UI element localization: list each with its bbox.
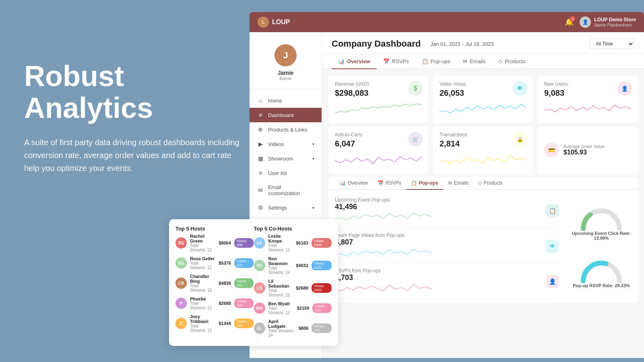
content-area: Company Dashboard Jan 01, 2021 - Jul 18,… (322, 32, 644, 358)
click-rate-value: Upcoming Event Click Rate: 13.99% (569, 231, 634, 241)
stat-add-to-carts: Add-to-Carts 6,047 🛒 (328, 126, 428, 174)
rsvp-rate-gauge-svg (579, 257, 623, 283)
cohost-row: RS Ron Swanson Total Streams: 24 $4032 V… (254, 254, 332, 277)
cohost-avatar: LS (254, 282, 265, 294)
sidebar-item-settings[interactable]: ⚙ Settings ▾ (250, 200, 322, 215)
showroom-icon: ▦ (257, 155, 264, 162)
chevron-down-icon: ▾ (312, 142, 314, 146)
cohost-amount: $2688 (296, 286, 308, 290)
bottom-content: Upcoming Event Pop-ups 41,496 📋 Event Pa… (328, 190, 638, 302)
tab-overview[interactable]: 📊 Overview (332, 54, 377, 69)
bottom-section: 📊 Overview 📅 RSVPs 📋 Pop-ups ✉ Emails ◇ … (328, 177, 638, 302)
sidebar-item-showroom[interactable]: ▦ Showroom ▾ (250, 151, 322, 166)
host-amount: $2688 (219, 301, 231, 306)
host-sub: Total Streams: 12 (190, 261, 215, 270)
host-name: Rachel Green (190, 234, 215, 243)
stat-new-users: New Users 9,083 👤 (538, 76, 638, 123)
pageviews-sparkline (335, 247, 431, 258)
cohost-info: April Ludgate Total Streams: 24 (268, 319, 295, 337)
host-sub: Total Streams: 12 (190, 301, 215, 310)
sidebar-label-settings: Settings (268, 205, 287, 211)
host-avatar: CB (175, 278, 187, 289)
rsvps-icon-btn[interactable]: 👤 (546, 275, 559, 288)
tab-popups[interactable]: 📋 Pop-ups (415, 54, 456, 69)
b-rsvps-icon: 📅 (378, 180, 384, 186)
cohost-sub: Total Streams: 12 (268, 306, 294, 315)
tab-rsvps[interactable]: 📅 RSVPs (377, 54, 415, 69)
popups-tab-icon: 📋 (422, 58, 428, 64)
stat-aov: 💳 Average Order Value $105.93 (538, 126, 638, 174)
metric-row-pageviews: Event Page Views from Pop-ups 5,807 👁 (335, 228, 559, 264)
gauge-rsvp-rate: Pop-up RSVP Rate: 29.33% (573, 257, 630, 288)
transactions-sparkline (440, 152, 526, 167)
cohost-info: Ron Swanson Total Streams: 24 (268, 256, 293, 275)
sidebar-label-showroom: Showroom (268, 156, 293, 162)
click-rate-gauge-svg (579, 205, 623, 231)
cohost-row: AL April Ludgate Total Streams: 24 $806 … (254, 317, 332, 339)
host-row: RG Ross Geller Total Streams: 12 $5376 V… (175, 254, 254, 272)
products-tab-icon: ◇ (498, 58, 502, 64)
sidebar-avatar-area: J Jamie Admin (250, 40, 322, 89)
host-info: Joey Tribbiani Total Streams: 12 (190, 314, 215, 333)
cohost-avatar: AL (254, 323, 265, 334)
user-info: 👤 LOUP Demo Store Jamie Plankenhorn (580, 16, 636, 28)
transactions-icon: 🔒 (513, 132, 527, 146)
main-heading: Robust Analytics (24, 60, 242, 124)
cohost-badge: Views: 1941 (312, 261, 332, 270)
videos-icon: ▶ (257, 141, 264, 147)
user-name-nav: Jamie Plankenhorn (594, 23, 636, 27)
host-info: Chandler Bing Total Streams: 12 (190, 274, 215, 292)
host-amount: $5376 (219, 261, 231, 265)
sidebar-label-home: Home (268, 98, 282, 104)
emails-tab-label: Emails (470, 58, 485, 64)
userlist-icon: ≡ (257, 170, 264, 176)
cohost-sub: Total Streams: 24 (268, 266, 293, 275)
cohost-avatar: RS (254, 260, 265, 271)
top-tab-bar: 📊 Overview 📅 RSVPs 📋 Pop-ups ✉ Emails ◇ (322, 54, 644, 69)
cohost-amount: $4032 (296, 263, 308, 268)
sidebar-item-userlist[interactable]: ≡ User list (250, 166, 322, 180)
pageviews-icon-btn[interactable]: 👁 (546, 240, 559, 253)
add-to-carts-sparkline (335, 152, 422, 167)
bottom-tab-products[interactable]: ◇ Products (473, 177, 508, 190)
popups-icon-btn[interactable]: 📋 (546, 204, 559, 217)
stats-row-1: Revenue (USD) $298,083 $ Video Views 26,… (322, 69, 644, 126)
sidebar-item-home[interactable]: ⌂ Home (250, 93, 322, 108)
host-badge: Views: 399 (234, 238, 254, 248)
tab-emails[interactable]: ✉ Emails (456, 54, 492, 69)
cohost-amount: $6183 (296, 241, 308, 245)
b-emails-icon: ✉ (448, 180, 452, 186)
cohost-row: LK Leslie Knope Total Streams: 12 $6183 … (254, 232, 332, 254)
aov-text: Average Order Value $105.93 (564, 144, 605, 156)
tab-products[interactable]: ◇ Products (492, 54, 532, 69)
user-details: LOUP Demo Store Jamie Plankenhorn (594, 17, 636, 27)
sidebar-item-videos[interactable]: ▶ Videos ▾ (250, 137, 322, 151)
main-subtext: A suite of first party data driving robu… (24, 136, 242, 175)
sidebar-item-dashboard[interactable]: ≡ Dashboard (250, 108, 322, 122)
aov-label: Average Order Value (564, 144, 605, 149)
date-range: Jan 01, 2021 - Jul 18, 2023 (430, 41, 494, 47)
metric-row-rsvps: RSVPs from Pop-ups 1,703 👤 (335, 264, 559, 299)
cohost-amount: $2150 (297, 306, 310, 311)
sidebar-item-products[interactable]: ⊕ Products & Links (250, 122, 322, 137)
cohost-name: Lil Sebastian (268, 279, 293, 288)
bottom-tab-overview[interactable]: 📊 Overview (335, 177, 373, 190)
host-badge: Views: 291 (234, 258, 254, 268)
bell-icon[interactable]: 🔔 3 (565, 18, 574, 27)
metric-popups-value: 41,496 (335, 203, 431, 211)
cohost-name: Ron Swanson (268, 256, 293, 266)
rsvps-sparkline (335, 282, 431, 293)
sidebar-label-dashboard: Dashboard (268, 112, 294, 118)
metric-rsvps-value: 1,703 (335, 274, 431, 282)
col-hosts: Top 5 Hosts RG Rachel Green Total Stream… (175, 226, 254, 339)
bottom-tab-rsvps[interactable]: 📅 RSVPs (373, 177, 406, 190)
sidebar-item-email[interactable]: ✉ Email customization (250, 180, 322, 200)
dash-header: Company Dashboard Jan 01, 2021 - Jul 18,… (322, 32, 644, 54)
b-products-icon: ◇ (478, 180, 482, 186)
cohosts-col-title: Top 5 Co-Hosts (254, 226, 332, 232)
bottom-tab-popups[interactable]: 📋 Pop-ups (406, 177, 443, 190)
bottom-tab-emails[interactable]: ✉ Emails (443, 177, 473, 190)
metric-pageviews-value: 5,807 (335, 238, 431, 247)
date-select[interactable]: All Time Last 30 days Last 90 days (590, 39, 634, 49)
video-views-sparkline (440, 102, 526, 116)
